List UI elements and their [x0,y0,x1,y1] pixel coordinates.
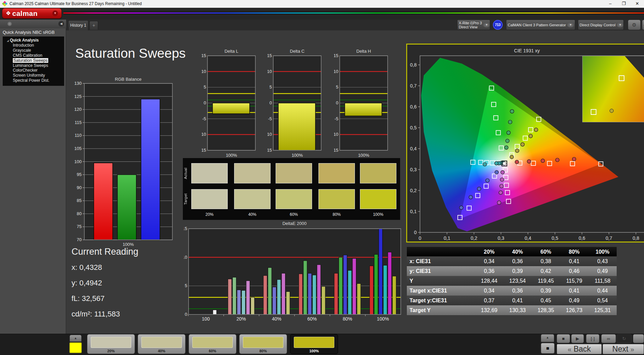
table-col-header: 40% [503,247,532,256]
spare-button[interactable] [633,334,644,343]
measured-marker-red [515,160,519,164]
swatch-col-label: 20% [191,212,228,217]
svg-text:75: 75 [77,224,82,229]
continuous-button[interactable]: ∞ [601,334,616,343]
restore-button[interactable]: ❐ [617,0,631,8]
title-bar: Calman 2025 Calman Ultimate for Business… [0,0,644,8]
spectrum-bar [63,12,644,14]
stop-button[interactable]: ■ [557,334,570,343]
sidebar-item-colorchecker[interactable]: ColorChecker [3,68,64,73]
measured-marker-red [556,158,559,162]
pattern-patch-80%[interactable]: 80% [239,334,287,354]
cie-1931-chart: 00,10,20,30,40,50,60,70,800,10,20,30,40,… [406,44,644,243]
svg-text:Delta H: Delta H [356,49,371,54]
table-cell: 0,37 [475,296,503,305]
calman-menu-button[interactable]: ❖ calman ▼ [2,8,62,19]
svg-text:-5: -5 [334,116,338,121]
meter-dropdown[interactable]: X-Rite i1Pro 3Direct View ▼ [457,20,490,30]
stop-measure-button[interactable]: ■ [540,343,555,354]
table-header-row: 20%40%60%80%100% [407,247,617,256]
pattern-patch-100%[interactable]: 100% [290,334,338,354]
settings-button[interactable]: ⚙ [628,20,641,30]
target-marker-magenta [504,183,509,187]
target-marker-green [496,130,501,135]
swatch-col-label: 40% [234,212,271,217]
display-control-dropdown[interactable]: Direct Display Control ▼ [578,20,624,30]
svg-text:100%: 100% [226,153,237,158]
sidebar-item-luminance-sweeps[interactable]: Luminance Sweeps [3,63,64,68]
svg-text:-15: -15 [268,148,272,153]
loop-button[interactable]: ↻ [616,334,632,343]
chevron-double-right-icon: » [631,346,634,353]
sidebar-item-saturation-sweeps[interactable]: Saturation Sweeps [3,58,64,63]
svg-text:10: 10 [268,69,272,74]
table-cell: 0,43 [588,256,617,266]
target-marker-magenta [506,199,511,204]
current-reading-x: x: 0,4328 [72,263,138,272]
target-swatch-100% [360,189,396,209]
svg-text:0,1: 0,1 [444,235,450,241]
table-cell: 111,58 [588,276,617,286]
close-button[interactable]: ✕ [631,0,644,8]
table-cell: 0,39 [532,286,560,296]
tree-root-quick-analysis[interactable]: ◢Quick Analysis [3,38,64,43]
measured-marker-blue [477,187,481,191]
workflow-tree: ◢Quick Analysis IntroductionGrayscaleCMS… [3,36,64,86]
pattern-patch-40%[interactable]: 40% [138,334,186,354]
svg-text:0,6: 0,6 [579,235,585,241]
svg-text:-5: -5 [202,116,206,121]
svg-text:0: 0 [336,100,338,105]
sidebar-item-introduction[interactable]: Introduction [3,43,64,48]
expand-patch-panel-button[interactable]: ▲ [69,335,82,342]
table-cell: 0,41 [503,296,532,305]
target-swatch-20% [191,189,228,209]
current-reading-y: y: 0,4942 [72,279,138,287]
add-tab-button[interactable]: + [89,21,98,30]
table-cell: 0,34 [475,286,503,296]
bottom-toolbar: ▲ 20% 40% 60% 80% 100% ▲ ■ ■▶[·]∞↻ « Bac… [0,334,644,355]
measured-marker-yellow [510,155,514,159]
partial-side-button[interactable]: ◀ [642,20,644,30]
measured-marker-blue [459,206,463,209]
tab-bar: History 1 + X-Rite i1Pro 3Direct View ▼ … [0,20,644,30]
expand-transport-button[interactable]: ▲ [541,334,554,342]
sidebar-item-grayscale[interactable]: Grayscale [3,48,64,53]
minimize-button[interactable]: – [604,0,617,8]
patch-color-chip [294,337,334,348]
svg-text:5: 5 [185,283,187,288]
play-button[interactable]: ▶ [571,334,584,343]
pattern-generator-dropdown[interactable]: CalMAN Client 3 Pattern Generator ▼ [506,20,575,30]
pattern-patch-20%[interactable]: 20% [87,334,135,354]
measured-marker-magenta [497,201,501,204]
record-icon[interactable] [7,22,12,26]
collapse-sidebar-button[interactable]: ◀ [58,21,64,27]
svg-text:100%: 100% [291,153,303,158]
deltae-2000-chart: DeltaE 200005101510020%40%60%80%100% [184,220,403,323]
pattern-patch-60%[interactable]: 60% [189,334,236,354]
pattern-window-button[interactable]: [·] [586,334,599,343]
measured-marker-yellow [521,143,525,146]
target-marker-green [492,102,496,107]
workflow-title: Quick Analysis NBC sRGB [3,30,55,35]
measured-marker-yellow [515,149,519,153]
actual-swatch-40% [234,163,271,183]
target-marker-blue [458,215,462,220]
target-swatch-40% [234,189,271,209]
sidebar-item-screen-uniformity[interactable]: Screen Uniformity [3,73,64,78]
svg-text:0,7: 0,7 [606,235,612,241]
table-row: Target Y132,69130,33128,35126,73125,31 [407,305,617,315]
current-pattern-swatch[interactable] [69,343,82,353]
target-marker-blue [492,174,497,178]
patch-color-chip [141,337,182,348]
sidebar-item-cms-calibration[interactable]: CMS Calibration [3,53,64,58]
svg-text:Delta L: Delta L [224,49,238,54]
arrow-up-icon: ▲ [546,336,549,339]
actual-swatch-20% [191,163,228,183]
meter-count-badge[interactable]: 713 [493,20,503,30]
tab-history-1[interactable]: History 1 [68,20,88,30]
back-button[interactable]: « Back [557,344,602,354]
next-button[interactable]: Next » [603,344,644,354]
svg-text:100: 100 [74,159,82,164]
table-col-header: 20% [475,247,503,256]
sidebar-item-spectral-power-dist-[interactable]: Spectral Power Dist. [3,78,64,83]
